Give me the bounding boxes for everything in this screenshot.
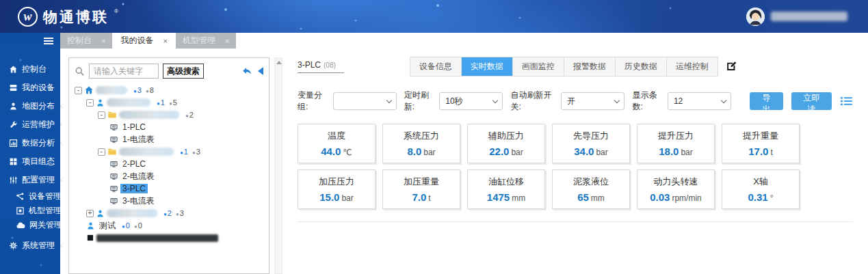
tree-node-9[interactable]: 3-电流表 [72,195,266,207]
card-value: 0.03 [650,191,670,203]
undo-icon[interactable] [241,66,252,77]
card-value-row: 34.0bar [553,146,629,157]
export-button[interactable]: 导出 [750,92,782,110]
tree-node-11[interactable]: 测试●0●0 [72,219,266,232]
expand-node-icon[interactable]: + [86,210,94,217]
map-icon [9,102,18,111]
card-name: 系统压力 [383,130,460,142]
tree-node-8[interactable]: 3-PLC [72,182,266,195]
chevron-left-icon: < [60,121,64,128]
device-tree: -●3●8-●1●5-●21-PLC1-电流表-●1●32-PLC2-电流表3-… [69,82,269,246]
sidebar-item-1[interactable]: 我的设备 [0,79,60,97]
chevron-left-icon: < [60,139,64,147]
data-card-6: 加压压力15.0bar [298,169,376,209]
advanced-search-button[interactable]: 高级搜索 [163,64,204,79]
chevron-down-icon [386,98,391,103]
tree-scrollbar[interactable] [274,57,282,274]
tree-node-1[interactable]: -●1●5 [72,96,266,109]
sidebar-item-8[interactable]: 机型管理 [0,204,60,218]
data-card-3: 先导压力34.0bar [552,124,630,163]
folder-icon [107,110,117,120]
sidebar-item-2[interactable]: 地图分布< [0,97,60,115]
card-value-row: 15.0bar [298,191,375,203]
tree-node-2[interactable]: -●2 [72,109,266,121]
data-card-5: 提升重量17.0t [722,124,800,163]
collapse-node-icon[interactable]: - [98,148,105,156]
search-icon [75,66,85,77]
read-now-button[interactable]: 立即读 [791,92,832,110]
edit-square-icon[interactable] [725,60,737,72]
device-icon [109,135,118,144]
cloud-icon [16,221,25,230]
data-card-11: X轴0.31° [722,169,800,209]
card-value-row: 44.0℃ [298,146,375,157]
tree-node-7[interactable]: 2-电流表 [72,170,266,182]
close-icon[interactable]: × [163,37,167,45]
filter-label: 定时刷新: [404,90,436,113]
collapse-panel-icon[interactable] [258,67,263,75]
device-tab-3[interactable]: 报警数据 [564,57,615,76]
tree-node-5[interactable]: -●1●3 [72,146,266,158]
sidebar-item-7[interactable]: 设备管理 [0,189,60,204]
hamburger-menu-icon[interactable] [44,40,53,42]
window-tab-2[interactable]: 机型管理× [176,33,236,49]
chevron-down-icon [492,98,498,103]
device-icon [109,184,118,193]
section-divider [298,221,853,222]
filter-select-0[interactable] [333,92,397,110]
card-unit: mm [512,193,525,203]
sidebar-item-3[interactable]: 运营维护< [0,115,60,134]
window-tab-bar: 控制台×我的设备×机型管理× [60,33,868,49]
collapse-node-icon[interactable]: - [75,87,82,94]
device-title-link[interactable]: 3-PLC(08) [298,60,344,73]
filter-select-2[interactable]: 开 [561,92,624,110]
tree-node-4[interactable]: 1-电流表 [72,133,266,146]
sidebar-item-9[interactable]: 网关管理 [0,218,60,232]
tree-node-10[interactable]: +●2●3 [72,207,266,219]
device-tab-0[interactable]: 设备信息 [410,57,461,76]
device-tab-4[interactable]: 历史数据 [615,57,666,76]
grid-icon [9,157,18,166]
wrench-icon [9,120,18,129]
tree-search-row: 高级搜索 [69,58,269,82]
tree-node-label: 2-电流表 [120,171,157,182]
sidebar-item-6[interactable]: 配置管理< [0,171,60,189]
device-tab-1[interactable]: 实时数据 [461,57,512,76]
sidebar-item-0[interactable]: 控制台 [0,60,60,79]
card-name: 泥浆液位 [553,176,629,188]
filter-select-3[interactable]: 12 [668,92,731,110]
device-tab-5[interactable]: 运维控制 [666,57,718,76]
sidebar-item-label: 配置管理 [22,174,55,186]
folder-icon [107,147,117,156]
redacted-node-name [107,98,150,107]
card-unit: ℃ [343,148,352,157]
card-name: 提升压力 [637,130,714,142]
tree-node-0[interactable]: -●3●8 [72,84,266,96]
collapse-node-icon[interactable]: - [86,99,94,107]
window-tab-0[interactable]: 控制台× [60,33,112,49]
filter-select-value: 10秒 [445,96,462,107]
sidebar-item-5[interactable]: 项目组态 [0,152,60,171]
device-tab-2[interactable]: 画面监控 [512,57,564,76]
sidebar-item-label: 地图分布 [22,100,55,112]
card-value: 34.0 [574,146,594,157]
filter-select-1[interactable]: 10秒 [439,92,503,110]
list-view-icon[interactable] [840,96,853,107]
close-icon[interactable]: × [225,37,229,45]
search-input[interactable] [89,64,159,79]
collapse-node-icon[interactable]: - [98,111,105,119]
sidebar-item-10[interactable]: 系统管理< [0,236,60,255]
sidebar-item-4[interactable]: 数据分析< [0,134,60,152]
window-tab-1[interactable]: 我的设备× [114,33,174,49]
tree-node-3[interactable]: 1-PLC [72,121,266,133]
card-name: 油缸位移 [468,176,544,188]
user-account[interactable] [746,8,847,26]
filter-group-2: 自动刷新开关:开 [510,90,624,113]
scroll-up-icon[interactable] [276,61,282,64]
close-icon[interactable]: × [101,37,105,45]
user-name-redacted [771,12,847,21]
tree-node-12[interactable] [72,232,266,244]
user-avatar[interactable] [746,8,765,26]
tree-node-6[interactable]: 2-PLC [72,158,266,170]
logo-icon: w [18,7,38,27]
